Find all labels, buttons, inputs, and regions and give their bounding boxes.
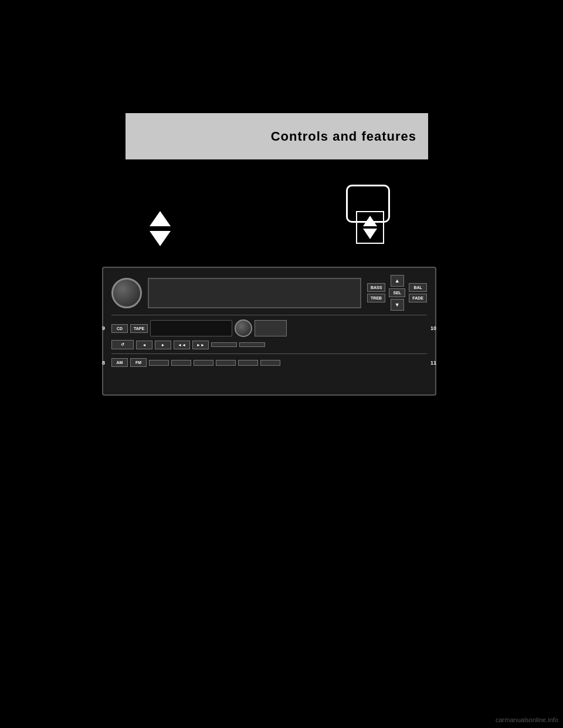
row-number-9: 9 [102,325,105,331]
preset-2[interactable] [171,360,191,366]
preset-6[interactable] [260,360,280,366]
radio-display [148,278,361,308]
radio-row-top: BASS TREB ▲ SEL ▼ BAL FADE [111,275,427,311]
blank-btn-1[interactable] [255,320,287,336]
tape-button[interactable]: TAPE [130,324,148,333]
radio-row-mid: 9 CD TAPE 10 [111,319,427,337]
fm-button[interactable]: FM [130,358,147,367]
header-banner: Controls and features [126,113,428,159]
tuner-knob[interactable] [235,319,252,337]
cd-button[interactable]: CD [111,324,128,333]
separator-2 [111,353,427,354]
bass-button[interactable]: BASS [367,283,385,292]
separator-1 [111,315,427,315]
row-number-10: 10 [430,325,436,331]
preset-5[interactable] [238,360,258,366]
sel-down-button[interactable]: ▼ [391,299,404,311]
treb-button[interactable]: TREB [367,294,385,302]
sel-group: ▲ SEL ▼ [389,275,405,311]
fade-button[interactable]: FADE [409,294,427,302]
row-number-8: 8 [102,360,105,366]
radio-unit: BASS TREB ▲ SEL ▼ BAL FADE 9 CD TAPE [102,267,436,396]
right-arrow-controls [356,211,384,244]
bal-button[interactable]: BAL [409,283,427,292]
blank-btn-2[interactable] [211,342,237,347]
right-arrow-down-icon[interactable] [363,229,377,239]
sel-button[interactable]: SEL [389,288,405,297]
sel-up-button[interactable]: ▲ [391,275,404,287]
page-title: Controls and features [271,129,416,144]
rewind-left-button[interactable]: ◄ [136,341,152,349]
bass-treb-group: BASS TREB [367,283,385,302]
volume-knob[interactable] [111,278,142,308]
watermark: carmanualsonline.info [496,716,558,723]
preset-1[interactable] [149,360,169,366]
skip-fwd-button[interactable]: ►► [192,341,209,349]
row-number-11: 11 [430,360,436,366]
skip-back-button[interactable]: ◄◄ [174,341,190,349]
volume-up-icon[interactable] [150,211,171,226]
preset-4[interactable] [216,360,236,366]
volume-arrows [150,211,171,246]
repeat-button[interactable]: ↺ [111,340,134,349]
am-button[interactable]: AM [111,358,128,367]
volume-down-icon[interactable] [150,231,171,246]
preset-3[interactable] [194,360,213,366]
radio-row-playback: ↺ ◄ ► ◄◄ ►► [111,340,427,349]
bal-fade-group: BAL FADE [409,283,427,302]
radio-row-bottom: 8 AM FM 11 [111,358,427,367]
tape-slot [150,320,232,336]
play-right-button[interactable]: ► [155,341,171,349]
blank-btn-3[interactable] [239,342,265,347]
right-arrow-up-icon[interactable] [363,216,377,226]
